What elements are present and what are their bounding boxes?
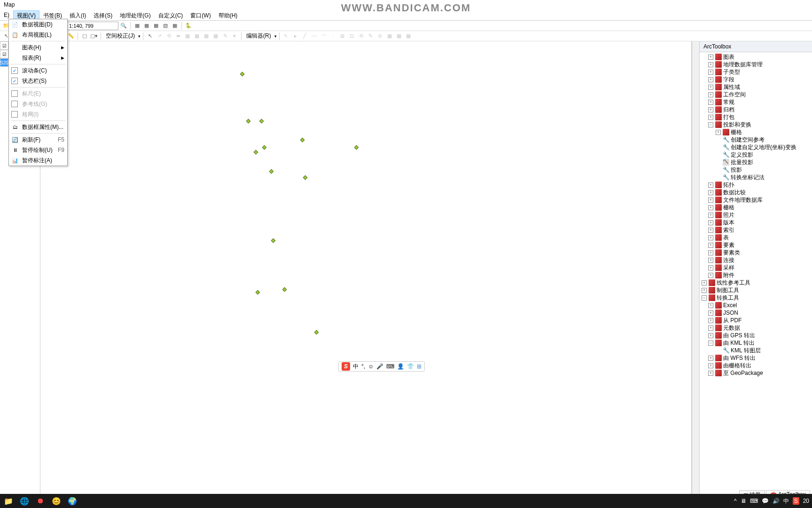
map-canvas[interactable] [40, 41, 692, 494]
tool-g6[interactable]: ▦ [202, 32, 211, 40]
tree-item[interactable]: +由 WFS 转出 [700, 354, 812, 362]
vertical-scrollbar[interactable] [692, 41, 699, 494]
tool-e11[interactable]: ⊘ [376, 32, 384, 40]
tool-sel1[interactable]: ▢ [80, 32, 89, 40]
tree-item[interactable]: −由 KML 转出 [700, 339, 812, 347]
tool-d[interactable]: ▧ [161, 22, 170, 30]
tree-item[interactable]: +采样 [700, 264, 812, 271]
map-point[interactable] [254, 150, 258, 155]
tree-item[interactable]: 创建空间参考 [700, 136, 812, 143]
ime-emoji-icon[interactable]: ☺ [368, 363, 374, 370]
tray-up-icon[interactable]: ^ [734, 498, 737, 504]
tree-item[interactable]: +Excel [700, 302, 812, 309]
tree-item[interactable]: +地理数据库管理 [700, 61, 812, 68]
chrome-icon[interactable]: 🌐 [19, 495, 30, 507]
tool-e12[interactable]: ▦ [385, 32, 394, 40]
tool-e10[interactable]: ✎ [367, 32, 375, 40]
tool-measure[interactable]: 📏 [67, 32, 75, 40]
tray-keyboard-icon[interactable]: ⌨ [750, 498, 758, 504]
map-point[interactable] [259, 119, 264, 124]
tool-g7[interactable]: ▦ [211, 32, 220, 40]
tool-c[interactable]: ▦ [152, 22, 160, 30]
tree-item[interactable]: +由栅格转出 [700, 362, 812, 369]
menu-window[interactable]: 窗口(W) [187, 10, 214, 20]
menu-item[interactable]: ⏸暂停绘制(U)F9 [9, 145, 67, 155]
menu-item[interactable]: 图表(H)▶ [9, 42, 67, 53]
map-point[interactable] [240, 72, 245, 77]
tree-item[interactable]: +制图工具 [700, 286, 812, 294]
tree-item[interactable]: +从 PDF [700, 317, 812, 324]
menu-item[interactable]: 报表(R)▶ [9, 53, 67, 63]
tree-item[interactable]: −转换工具 [700, 294, 812, 302]
map-point[interactable] [246, 119, 251, 124]
tool-zoom-extent[interactable]: 🔍 [119, 22, 128, 30]
map-point[interactable] [314, 330, 319, 335]
ime-tool-icon[interactable]: ⊞ [417, 363, 422, 370]
tree-item[interactable]: 批量投影 [700, 159, 812, 166]
record-icon[interactable]: ⏺ [35, 495, 46, 507]
tree-item[interactable]: 创建自定义地理(坐标)变换 [700, 143, 812, 151]
tree-item[interactable]: +照片 [700, 211, 812, 219]
menu-help[interactable]: 帮助(H) [215, 10, 242, 20]
tree-item[interactable]: +由 GPS 转出 [700, 332, 812, 339]
tool-e7[interactable]: ⊞ [338, 32, 347, 40]
toc-item-selected[interactable]: S20 [0, 58, 8, 67]
tool-python[interactable]: 🐍 [184, 22, 193, 30]
ime-floating-bar[interactable]: S 中 °, ☺ 🎤 ⌨ 👤 👕 ⊞ [338, 361, 425, 372]
smiley-icon[interactable]: 😊 [51, 495, 62, 507]
spatial-adjust-dropdown[interactable]: 空间校正(J) [103, 31, 137, 41]
tree-item[interactable]: +常规 [700, 98, 812, 106]
editor-dropdown[interactable]: 编辑器(R) [244, 31, 273, 41]
tool-g2[interactable]: ⟲ [164, 32, 173, 40]
ime-punct-icon[interactable]: °, [361, 363, 365, 370]
tool-g5[interactable]: ▦ [193, 32, 201, 40]
tray-monitor-icon[interactable]: 🖥 [741, 498, 746, 504]
tool-sel2[interactable]: ▢▾ [90, 32, 98, 40]
arctoolbox-tree[interactable]: +图表+地理数据库管理+子类型+字段+属性域+工作空间+常规+归档+打包−投影和… [700, 52, 812, 494]
menu-item[interactable]: 🗂数据框属性(M)... [9, 122, 67, 132]
map-point[interactable] [262, 145, 267, 150]
tool-e2[interactable]: ▸ [291, 32, 300, 40]
ime-keyboard-icon[interactable]: ⌨ [386, 363, 394, 370]
tray-wechat-icon[interactable]: 💬 [762, 498, 769, 504]
tool-e13[interactable]: ▦ [395, 32, 403, 40]
tool-g8[interactable]: ✎ [221, 32, 229, 40]
menu-item[interactable]: 📄数据视图(D) [9, 19, 67, 30]
tool-a[interactable]: ▦ [133, 22, 141, 30]
ime-lang[interactable]: 中 [353, 363, 359, 371]
tree-item[interactable]: +打包 [700, 113, 812, 121]
map-point[interactable] [269, 169, 274, 174]
ime-voice-icon[interactable]: 🎤 [376, 363, 383, 370]
tree-item[interactable]: +栅格 [700, 204, 812, 211]
scale-input[interactable] [67, 22, 118, 30]
toc-checkbox-1[interactable]: ☑ [0, 41, 8, 50]
map-point[interactable] [303, 175, 308, 180]
tree-item[interactable]: +拓扑 [700, 181, 812, 189]
menu-customize[interactable]: 自定义(C) [155, 10, 187, 20]
toc-checkbox-2[interactable]: ☑ [0, 50, 8, 58]
ime-user-icon[interactable]: 👤 [397, 363, 404, 370]
tool-e9[interactable]: ⟲ [357, 32, 366, 40]
tree-item[interactable]: +字段 [700, 76, 812, 83]
menu-item[interactable]: ✓状态栏(S) [9, 76, 67, 86]
tool-e8[interactable]: ⊡ [348, 32, 356, 40]
tray-time[interactable]: 20 [803, 498, 809, 504]
tree-item[interactable]: +属性域 [700, 83, 812, 91]
ime-skin-icon[interactable]: 👕 [407, 363, 414, 370]
tool-g3[interactable]: ⬌ [174, 32, 182, 40]
tool-e6[interactable]: · [329, 32, 337, 40]
explorer-icon[interactable]: 📁 [3, 495, 14, 507]
tree-item[interactable]: +线性参考工具 [700, 279, 812, 286]
tree-item[interactable]: +图表 [700, 53, 812, 61]
tray-ime[interactable]: 中 [783, 497, 789, 505]
tool-e14[interactable]: ▦ [404, 32, 413, 40]
map-point[interactable] [300, 138, 305, 143]
tree-item[interactable]: +子类型 [700, 68, 812, 76]
tree-item[interactable]: +JSON [700, 309, 812, 317]
tray-volume-icon[interactable]: 🔊 [773, 498, 780, 504]
tree-item[interactable]: +文件地理数据库 [700, 196, 812, 204]
tool-e1[interactable]: ↖ [282, 32, 290, 40]
tree-item[interactable]: KML 转图层 [700, 347, 812, 354]
menu-item[interactable]: 📋布局视图(L) [9, 30, 67, 40]
map-point[interactable] [282, 287, 287, 292]
